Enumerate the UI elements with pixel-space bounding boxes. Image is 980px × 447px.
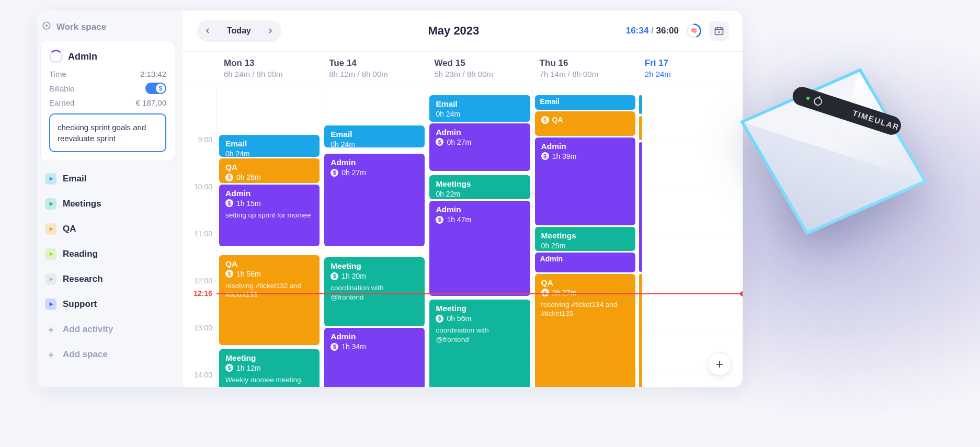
event-edge [639, 274, 642, 387]
event-block[interactable]: QA$1h 56mresolving #ticket132 and #ticke… [219, 255, 320, 346]
day-header[interactable]: Wed 15 5h 23m / 8h 00m [427, 52, 532, 87]
event-block[interactable]: QA$2h 27mresolving #ticket134 and #ticke… [535, 274, 635, 387]
day-summary: 2h 24m [645, 70, 737, 78]
event-note: resolving #ticket132 and #ticket133 [225, 281, 313, 300]
activity-research[interactable]: Research [41, 268, 175, 290]
event-duration: $1h 39m [541, 152, 629, 161]
day-column[interactable] [637, 87, 743, 387]
event-block[interactable]: Admin$1h 47m [429, 201, 530, 296]
activity-email[interactable]: Email [41, 168, 175, 190]
day-name: Thu 16 [540, 58, 632, 68]
dollar-icon: $ [225, 364, 233, 372]
event-duration: $0h 56m [436, 314, 523, 323]
event-block[interactable]: Admin$0h 27m [429, 123, 530, 171]
event-block[interactable]: QA$0h 26m [219, 158, 320, 183]
calendar-title: May 2023 [428, 24, 479, 38]
event-block[interactable]: Meetings0h 25m [535, 227, 635, 251]
event-duration: $0h 27m [436, 138, 523, 146]
svg-text:🧠: 🧠 [690, 27, 698, 34]
workspace-label: Work space [56, 22, 106, 32]
workspace-header[interactable]: Work space [41, 18, 175, 38]
activity-label: QA [63, 224, 76, 234]
event-title: Email [225, 139, 313, 148]
event-block[interactable]: Admin$1h 34m [324, 328, 425, 387]
event-block[interactable]: Admin$0h 27m [324, 154, 425, 246]
today-button[interactable]: Today [219, 22, 259, 40]
tracker-device-image: TIMEULAR [724, 52, 943, 251]
app-window: Work space Admin Time 2:13:42 Billable $… [37, 10, 743, 387]
event-duration: $1h 15m [225, 199, 313, 208]
plus-icon: ＋ [45, 324, 56, 335]
event-title: Admin [436, 128, 523, 137]
event-title: QA [225, 259, 313, 269]
dollar-icon: $ [541, 116, 549, 124]
time-ratio: 16:34 / 36:00 [626, 26, 679, 36]
add-activity-button[interactable]: ＋ Add activity [41, 318, 175, 340]
hour-label: 11:00 [194, 230, 212, 238]
now-label: 12:16 [192, 289, 213, 297]
event-title: QA [541, 278, 629, 288]
billable-label: Billable [49, 84, 74, 93]
earned-label: Earned [49, 98, 74, 107]
play-icon [45, 248, 56, 260]
event-block[interactable]: Email0h 24m [324, 125, 425, 147]
event-title: Admin [541, 142, 629, 151]
add-space-button[interactable]: ＋ Add space [41, 343, 175, 365]
dollar-icon: $ [436, 138, 443, 146]
day-name: Mon 13 [224, 58, 316, 68]
day-column[interactable]: Email0h 24mAdmin$0h 27mMeetings0h 22mAdm… [427, 87, 532, 387]
event-block[interactable]: Meetings0h 22m [429, 175, 530, 200]
event-note: Weekly momee meeting [225, 375, 313, 385]
day-column[interactable]: Email0h 24mQA$0h 26mAdmin$1h 15msetting … [216, 87, 322, 387]
add-to-calendar-button[interactable] [709, 21, 729, 41]
next-button[interactable] [261, 22, 279, 40]
day-headers: Mon 13 6h 24m / 8h 00mTue 14 8h 12m / 8h… [183, 52, 743, 87]
event-edge [639, 142, 642, 272]
event-block[interactable]: Email [535, 95, 635, 110]
event-block[interactable]: Email0h 24m [219, 135, 320, 157]
active-activity-card: Admin Time 2:13:42 Billable $ Earned € 1… [41, 41, 175, 161]
add-entry-fab[interactable]: + [708, 352, 731, 375]
day-summary: 7h 14m / 8h 00m [540, 70, 632, 78]
event-block[interactable]: Admin$1h 15msetting up sprint for momee [219, 185, 320, 247]
event-block[interactable]: Admin$1h 39m [535, 137, 635, 225]
dollar-icon: $ [541, 152, 549, 160]
day-header[interactable]: Fri 17 2h 24m [637, 52, 743, 87]
activity-meetings[interactable]: Meetings [41, 193, 175, 215]
event-block[interactable]: Admin [535, 253, 635, 272]
activity-reading[interactable]: Reading [41, 243, 175, 265]
event-duration: $1h 34m [331, 342, 418, 351]
svg-marker-8 [744, 52, 860, 152]
event-block[interactable]: Email0h 24m [429, 95, 530, 122]
event-block[interactable]: Meeting$1h 20mcoordination with @fronten… [324, 257, 425, 326]
activity-label: Email [63, 174, 86, 184]
active-activity-name: Admin [68, 51, 97, 62]
activity-label: Research [63, 274, 103, 284]
activity-qa[interactable]: QA [41, 218, 175, 240]
play-icon [45, 198, 56, 210]
billable-toggle[interactable]: $ [145, 83, 166, 94]
activity-support[interactable]: Support [41, 293, 175, 315]
event-note: coordination with @frontend [331, 283, 418, 302]
event-block[interactable]: Meeting$1h 12mWeekly momee meeting [219, 349, 320, 387]
day-header[interactable]: Thu 16 7h 14m / 8h 00m [532, 52, 637, 87]
calendar-grid[interactable]: 9:0010:0011:0012:0013:0014:0012:16 Email… [183, 87, 743, 387]
day-header[interactable]: Mon 13 6h 24m / 8h 00m [216, 52, 322, 87]
day-column[interactable]: Email0h 24mAdmin$0h 27mMeeting$1h 20mcoo… [322, 87, 427, 387]
svg-point-11 [813, 97, 823, 106]
event-block[interactable]: Meeting$0h 56mcoordination with @fronten… [429, 300, 530, 387]
event-note: setting up sprint for momee [225, 211, 313, 220]
day-column[interactable]: Email$QAAdmin$1h 39mMeetings0h 25mAdminQ… [532, 87, 637, 387]
brain-progress-icon[interactable]: 🧠 [686, 23, 702, 39]
prev-button[interactable] [199, 22, 216, 40]
hour-label: 12:00 [194, 277, 212, 285]
event-title: Admin [436, 205, 523, 214]
svg-rect-9 [790, 85, 904, 137]
day-header[interactable]: Tue 14 8h 12m / 8h 00m [322, 52, 427, 87]
svg-point-10 [806, 96, 810, 100]
activity-label: Meetings [63, 199, 101, 209]
event-block[interactable]: $QA [535, 111, 635, 136]
activity-label: Support [63, 299, 97, 310]
hour-label: 9:00 [198, 135, 212, 144]
activity-note-input[interactable]: checking sprint goals and reevaluate spr… [49, 113, 166, 152]
